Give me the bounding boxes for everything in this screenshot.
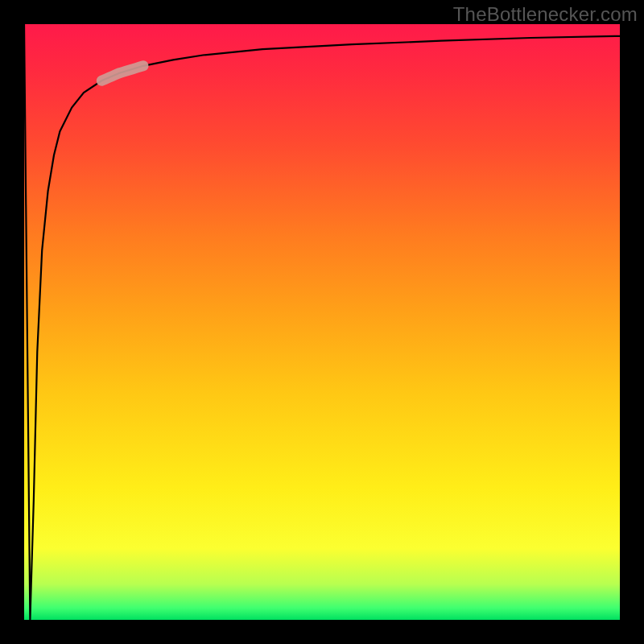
curve-layer (24, 24, 620, 620)
curve-highlight-path (101, 66, 143, 81)
watermark-label: TheBottlenecker.com (453, 3, 638, 26)
chart-container: TheBottlenecker.com (0, 0, 644, 644)
bottleneck-curve-path (24, 24, 620, 620)
